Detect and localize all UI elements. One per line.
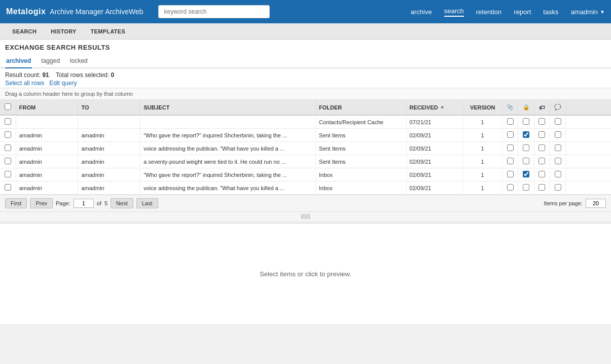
th-received[interactable]: RECEIVED ▼ [406, 100, 463, 115]
row-lock-cell[interactable] [518, 181, 534, 195]
row-tag-cell[interactable] [534, 129, 550, 142]
pagination-bar: First Prev Page: of 5 Next Last Items pe… [0, 195, 611, 211]
last-page-button[interactable]: Last [136, 198, 158, 208]
row-comment-cell[interactable] [550, 168, 565, 181]
row-tag-checkbox[interactable] [538, 158, 545, 164]
row-lock-checkbox[interactable] [523, 118, 529, 125]
table-row[interactable]: Contacts/Recipient Cache07/21/211 [0, 115, 611, 129]
page-input[interactable] [74, 199, 94, 208]
row-comment-checkbox[interactable] [555, 158, 561, 164]
row-folder: Sent Items [316, 142, 407, 155]
row-check-cell[interactable] [0, 142, 16, 155]
row-lock-cell[interactable] [518, 142, 534, 155]
row-attach-cell[interactable] [502, 168, 518, 181]
row-checkbox[interactable] [5, 131, 11, 138]
nav-report[interactable]: report [514, 8, 531, 16]
row-lock-cell[interactable] [518, 115, 534, 129]
row-checkbox[interactable] [5, 118, 11, 125]
row-checkbox[interactable] [5, 171, 11, 177]
next-page-button[interactable]: Next [111, 198, 133, 208]
row-attach-checkbox[interactable] [507, 158, 514, 164]
row-attach-cell[interactable] [502, 181, 518, 195]
row-check-cell[interactable] [0, 181, 16, 195]
row-attach-checkbox[interactable] [507, 184, 514, 191]
row-tag-checkbox[interactable] [538, 184, 545, 191]
row-attach-cell[interactable] [502, 142, 518, 155]
row-tag-cell[interactable] [534, 142, 550, 155]
row-check-cell[interactable] [0, 115, 16, 129]
first-page-button[interactable]: First [5, 198, 27, 208]
row-check-cell[interactable] [0, 129, 16, 142]
row-comment-cell[interactable] [550, 155, 565, 168]
th-folder[interactable]: FOLDER [316, 100, 407, 115]
row-comment-cell[interactable] [550, 181, 565, 195]
search-box[interactable] [158, 5, 270, 18]
row-comment-checkbox[interactable] [555, 171, 561, 177]
row-checkbox[interactable] [5, 158, 11, 164]
row-lock-checkbox[interactable] [523, 171, 529, 177]
nav-search[interactable]: search [444, 7, 464, 17]
ipp-label: Items per page: [544, 200, 583, 206]
row-attach-checkbox[interactable] [507, 144, 514, 151]
row-subject: "Who gave the report?" inquired Shcherbi… [140, 129, 316, 142]
row-lock-checkbox[interactable] [523, 184, 529, 191]
row-attach-cell[interactable] [502, 129, 518, 142]
row-attach-cell[interactable] [502, 155, 518, 168]
row-tag-cell[interactable] [534, 181, 550, 195]
row-comment-cell[interactable] [550, 115, 565, 129]
th-version[interactable]: VERSION [463, 100, 502, 115]
th-subject[interactable]: SUBJECT [140, 100, 316, 115]
row-comment-cell[interactable] [550, 142, 565, 155]
select-all-checkbox[interactable] [5, 103, 11, 110]
row-lock-cell[interactable] [518, 155, 534, 168]
tab-history[interactable]: HISTORY [44, 25, 83, 38]
row-attach-checkbox[interactable] [507, 131, 514, 138]
row-tag-checkbox[interactable] [538, 118, 545, 125]
row-tag-cell[interactable] [534, 115, 550, 129]
table-row[interactable]: amadminamadmina seventy-pound weight wer… [0, 155, 611, 168]
row-comment-checkbox[interactable] [555, 118, 561, 125]
items-per-page-input[interactable] [586, 199, 606, 208]
edit-query-link[interactable]: Edit query [49, 80, 77, 87]
row-check-cell[interactable] [0, 155, 16, 168]
row-lock-checkbox[interactable] [523, 131, 529, 138]
tab-search[interactable]: SEARCH [5, 25, 44, 38]
row-lock-cell[interactable] [518, 129, 534, 142]
table-row[interactable]: amadminamadminvoice addressing the publi… [0, 181, 611, 195]
nav-tasks[interactable]: tasks [543, 8, 558, 16]
table-row[interactable]: amadminamadminvoice addressing the publi… [0, 142, 611, 155]
row-tag-checkbox[interactable] [538, 171, 545, 177]
row-tag-cell[interactable] [534, 168, 550, 181]
keyword-search-input[interactable] [158, 5, 270, 18]
prev-page-button[interactable]: Prev [30, 198, 53, 208]
row-tag-checkbox[interactable] [538, 131, 545, 138]
nav-retention[interactable]: retention [476, 8, 502, 16]
row-comment-checkbox[interactable] [555, 184, 561, 191]
result-tab-archived[interactable]: archived [5, 55, 32, 68]
select-all-link[interactable]: Select all rows [5, 80, 44, 87]
row-tag-checkbox[interactable] [538, 144, 545, 151]
row-checkbox[interactable] [5, 144, 11, 151]
row-attach-checkbox[interactable] [507, 118, 514, 125]
row-comment-checkbox[interactable] [555, 131, 561, 138]
table-row[interactable]: amadminamadmin"Who gave the report?" inq… [0, 129, 611, 142]
th-to[interactable]: TO [78, 100, 140, 115]
row-lock-cell[interactable] [518, 168, 534, 181]
row-attach-cell[interactable] [502, 115, 518, 129]
th-select-all[interactable] [0, 100, 16, 115]
result-tab-locked[interactable]: locked [69, 55, 89, 68]
nav-archive[interactable]: archive [411, 8, 432, 16]
row-comment-checkbox[interactable] [555, 144, 561, 151]
row-checkbox[interactable] [5, 184, 11, 191]
nav-admin-menu[interactable]: amadmin ▼ [571, 8, 605, 16]
result-tab-tagged[interactable]: tagged [40, 55, 61, 68]
row-lock-checkbox[interactable] [523, 144, 529, 151]
table-row[interactable]: amadminamadmin"Who gave the report?" inq… [0, 168, 611, 181]
row-tag-cell[interactable] [534, 155, 550, 168]
tab-templates[interactable]: TEMPLATES [84, 25, 133, 38]
row-lock-checkbox[interactable] [523, 158, 529, 164]
row-attach-checkbox[interactable] [507, 171, 514, 177]
th-from[interactable]: FROM [16, 100, 78, 115]
row-check-cell[interactable] [0, 168, 16, 181]
row-comment-cell[interactable] [550, 129, 565, 142]
